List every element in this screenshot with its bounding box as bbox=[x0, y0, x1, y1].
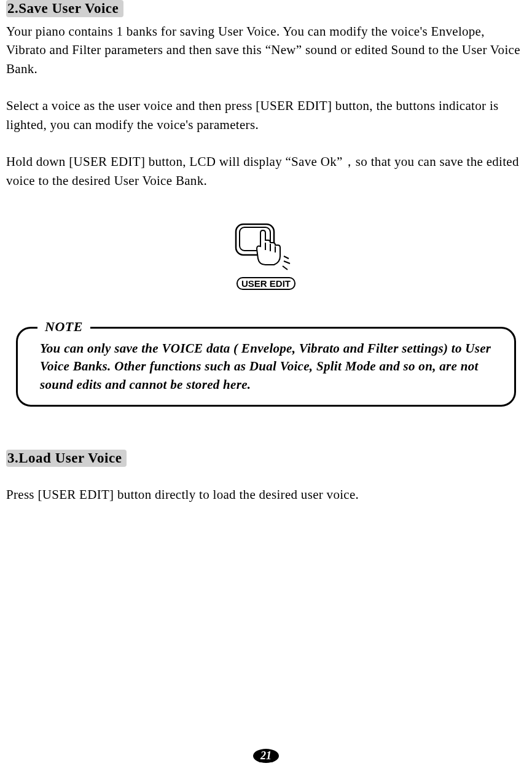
note-box: NOTE You can only save the VOICE data ( … bbox=[16, 327, 516, 407]
note-label: NOTE bbox=[37, 319, 90, 335]
section-2-para-2: Select a voice as the user voice and the… bbox=[6, 96, 526, 134]
section-3-para-1: Press [USER EDIT] button directly to loa… bbox=[6, 485, 526, 504]
svg-line-5 bbox=[284, 256, 289, 259]
section-2-heading: 2.Save User Voice bbox=[6, 0, 123, 17]
svg-line-7 bbox=[283, 266, 288, 270]
section-2: 2.Save User Voice Your piano contains 1 … bbox=[6, 0, 526, 190]
user-edit-button-illustration: USER EDIT bbox=[6, 221, 526, 290]
user-edit-button-label: USER EDIT bbox=[237, 277, 295, 290]
button-with-hand-icon bbox=[232, 221, 300, 272]
section-2-para-3: Hold down [USER EDIT] button, LCD will d… bbox=[6, 152, 526, 190]
page-number: 21 bbox=[253, 749, 279, 763]
page-number-badge: 21 bbox=[253, 749, 279, 763]
note-text: You can only save the VOICE data ( Envel… bbox=[40, 340, 499, 394]
section-2-para-1: Your piano contains 1 banks for saving U… bbox=[6, 22, 526, 78]
section-3: 3.Load User Voice Press [USER EDIT] butt… bbox=[6, 450, 526, 504]
svg-line-6 bbox=[284, 261, 290, 264]
section-3-heading: 3.Load User Voice bbox=[6, 450, 127, 467]
